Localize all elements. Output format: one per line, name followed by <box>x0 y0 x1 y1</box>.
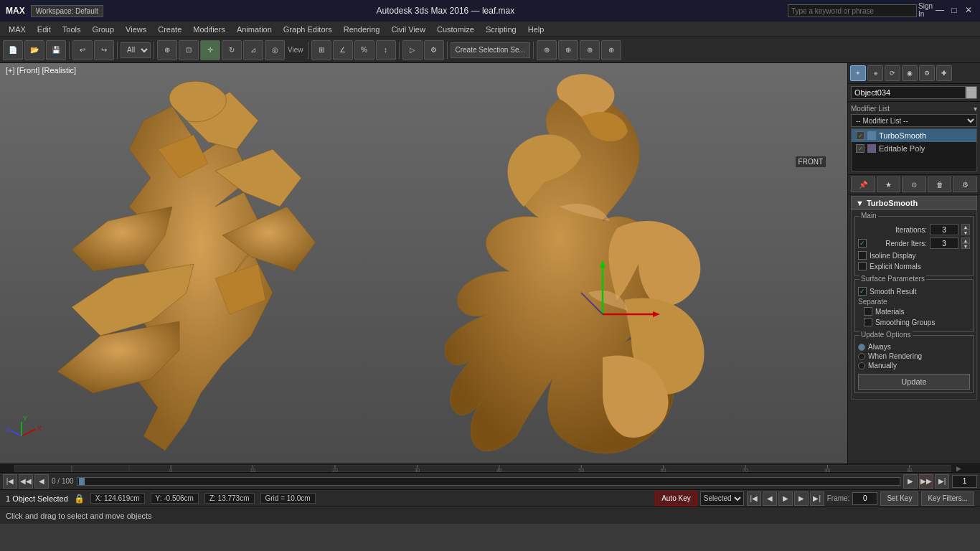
mod-label-editable-poly: Editable Poly <box>879 144 925 153</box>
menu-edit[interactable]: Edit <box>32 24 57 35</box>
set-key-btn[interactable]: Set Key <box>880 491 918 506</box>
percent-snap[interactable]: % <box>354 40 374 60</box>
panel-icon-hierarchy[interactable]: ⎈ <box>867 65 883 81</box>
pb-play[interactable]: ▶ <box>778 491 793 506</box>
reference-coord[interactable]: ◎ <box>265 40 285 60</box>
modifier-list-dropdown[interactable]: -- Modifier List -- <box>851 114 977 127</box>
auto-key-btn[interactable]: Auto Key <box>655 491 697 506</box>
menu-customize[interactable]: Customize <box>431 24 480 35</box>
select-region[interactable]: ⊡ <box>179 40 199 60</box>
track-ruler[interactable]: 0 10 20 30 40 50 60 70 80 90 <box>129 465 951 472</box>
iterations-input[interactable]: 3 <box>930 224 958 235</box>
menu-animation[interactable]: Animation <box>231 24 278 35</box>
key-filters-btn[interactable]: Key Filters... <box>921 491 974 506</box>
iterations-down[interactable]: ▼ <box>961 230 970 235</box>
menu-tools[interactable]: Tools <box>57 24 87 35</box>
open-btn[interactable]: 📂 <box>24 40 44 60</box>
menu-graph-editors[interactable]: Graph Editors <box>278 24 338 35</box>
frame-play-btn[interactable]: ▶▶ <box>919 474 933 489</box>
smooth-result-checkbox[interactable] <box>858 287 867 296</box>
menu-scripting[interactable]: Scripting <box>480 24 522 35</box>
panel-icon-display2[interactable]: ◉ <box>902 65 918 81</box>
minimize-btn[interactable]: — <box>934 4 946 16</box>
materials-checkbox[interactable] <box>864 307 872 316</box>
render-iters-down[interactable]: ▼ <box>961 243 970 249</box>
update-button[interactable]: Update <box>858 374 970 390</box>
pb-end[interactable]: ▶| <box>810 491 824 506</box>
menu-create[interactable]: Create <box>152 24 187 35</box>
extras-btn[interactable]: ⊕ <box>537 40 557 60</box>
menu-civil-view[interactable]: Civil View <box>385 24 430 35</box>
close-btn[interactable]: ✕ <box>963 4 974 16</box>
create-selection-btn[interactable]: Create Selection Se... <box>451 42 530 58</box>
frame-prev-btn[interactable]: ◀◀ <box>19 474 33 489</box>
extras4-btn[interactable]: ⊕ <box>601 40 621 60</box>
render-iters-input[interactable]: 3 <box>930 237 958 249</box>
menu-group[interactable]: Group <box>87 24 121 35</box>
smoothing-groups-checkbox[interactable] <box>864 318 872 326</box>
explicit-normals-checkbox[interactable] <box>858 262 867 270</box>
viewport[interactable]: [+] [Front] [Realistic] FRONT <box>0 63 847 463</box>
angle-snap[interactable]: ∠ <box>333 40 353 60</box>
show-result-btn[interactable]: ⊙ <box>902 176 926 192</box>
frame-step-fwd-btn[interactable]: ▶ <box>903 474 918 489</box>
object-name-input[interactable]: Object034 <box>851 86 966 99</box>
frame-step-back-btn[interactable]: ◀ <box>34 474 49 489</box>
mod-checkbox-turbosmooth[interactable]: ✓ <box>856 131 864 140</box>
panel-icon-utilities[interactable]: ⚙ <box>919 65 935 81</box>
pin-stack-btn[interactable]: 📌 <box>851 176 875 192</box>
panel-icon-display[interactable]: ✦ <box>850 65 866 81</box>
menu-views[interactable]: Views <box>120 24 152 35</box>
search-input[interactable] <box>788 4 917 17</box>
pb-next[interactable]: ▶ <box>794 491 809 506</box>
undo-btn[interactable]: ↩ <box>72 40 93 60</box>
always-radio[interactable] <box>858 344 865 351</box>
timeline-thumb[interactable] <box>79 478 85 485</box>
modifier-editable-poly[interactable]: ✓ Editable Poly <box>852 142 976 155</box>
frame-end-btn[interactable]: ▶| <box>935 474 949 489</box>
delete-mod-btn[interactable]: 🗑 <box>928 176 952 192</box>
new-btn[interactable]: 📄 <box>3 40 23 60</box>
menu-max[interactable]: MAX <box>3 24 32 35</box>
rollout-header[interactable]: ▼ TurboSmooth <box>851 196 977 210</box>
move-tool[interactable]: ✛ <box>200 40 220 60</box>
iterations-up[interactable]: ▲ <box>961 224 970 230</box>
extras3-btn[interactable]: ⊕ <box>580 40 600 60</box>
selected-dropdown[interactable]: Selected <box>700 491 744 506</box>
menu-modifiers[interactable]: Modifiers <box>187 24 231 35</box>
save-btn[interactable]: 💾 <box>46 40 66 60</box>
render-settings[interactable]: ⚙ <box>424 40 444 60</box>
spinner-snap[interactable]: ↕ <box>376 40 396 60</box>
frame-counter[interactable] <box>852 492 877 505</box>
render-iters-checkbox[interactable] <box>858 239 867 248</box>
rotate-tool[interactable]: ↻ <box>222 40 242 60</box>
pb-prev[interactable]: ◀ <box>763 491 777 506</box>
config-mod-btn[interactable]: ⚙ <box>953 176 977 192</box>
active-mod-btn[interactable]: ★ <box>877 176 901 192</box>
modifier-turbosmooth[interactable]: ✓ TurboSmooth <box>852 129 976 142</box>
workspace-selector[interactable]: Workspace: Default <box>31 5 103 17</box>
maximize-btn[interactable]: □ <box>948 4 960 16</box>
panel-icon-motion[interactable]: ⟳ <box>885 65 900 81</box>
sign-in-btn[interactable]: Sign In <box>920 4 931 16</box>
pb-start[interactable]: |◀ <box>747 491 761 506</box>
render-frame[interactable]: ▷ <box>402 40 423 60</box>
frame-number-input[interactable]: 1 <box>952 475 977 488</box>
manually-radio[interactable] <box>858 362 865 369</box>
scale-tool[interactable]: ⊿ <box>243 40 263 60</box>
select-tool[interactable]: ⊕ <box>157 40 177 60</box>
menu-help[interactable]: Help <box>522 24 550 35</box>
menu-rendering[interactable]: Rendering <box>338 24 386 35</box>
render-iters-up[interactable]: ▲ <box>961 237 970 243</box>
selection-filter-dropdown[interactable]: All <box>121 42 151 58</box>
isoline-checkbox[interactable] <box>858 251 867 260</box>
frame-start-btn[interactable]: |◀ <box>3 474 17 489</box>
redo-btn[interactable]: ↪ <box>94 40 114 60</box>
when-rendering-radio[interactable] <box>858 353 865 360</box>
extras2-btn[interactable]: ⊕ <box>558 40 578 60</box>
mod-checkbox-editable-poly[interactable]: ✓ <box>856 144 864 153</box>
panel-icon-create[interactable]: ✚ <box>936 65 952 81</box>
snap-toggle[interactable]: ⊞ <box>311 40 331 60</box>
color-swatch-btn[interactable] <box>966 86 977 99</box>
timeline-slider[interactable] <box>77 477 900 486</box>
